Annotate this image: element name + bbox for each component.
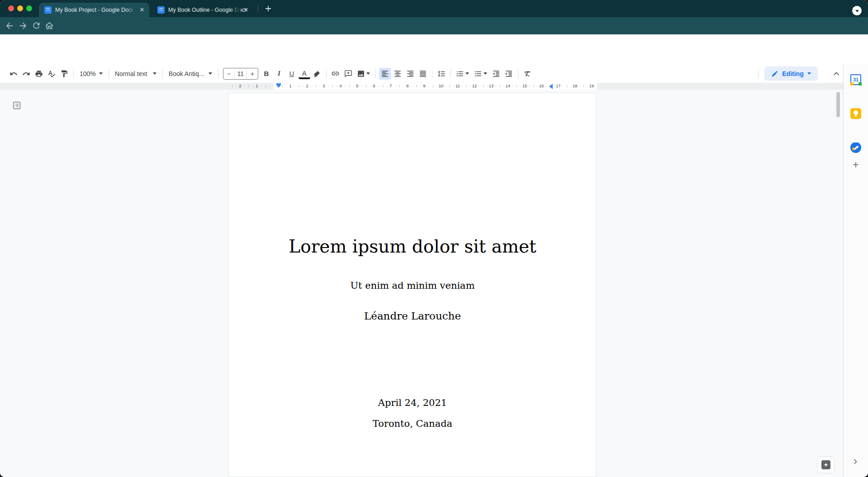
hide-side-panel-chevron-icon[interactable] <box>851 457 860 466</box>
browser-tab-strip: My Book Project - Google Docs ✕ My Book … <box>0 0 868 17</box>
tab-divider <box>258 5 258 12</box>
zoom-select[interactable]: 100% <box>76 68 106 80</box>
explore-sparkle-icon <box>821 460 830 469</box>
ruler-dot <box>403 86 404 87</box>
ruler-tick <box>567 85 567 87</box>
ruler-dot <box>571 86 571 87</box>
ruler-tick <box>500 85 500 87</box>
spell-check-icon[interactable] <box>46 68 57 80</box>
hide-menus-chevron-icon[interactable] <box>831 69 841 79</box>
ruler-num: 5 <box>356 83 358 88</box>
ruler-dot <box>261 86 261 87</box>
align-center-button[interactable] <box>392 68 403 80</box>
doc-line-date[interactable]: April 24, 2021 <box>229 397 596 408</box>
ruler-num: 10 <box>439 83 444 88</box>
google-tasks-icon[interactable] <box>850 142 861 153</box>
google-keep-icon[interactable] <box>850 108 861 119</box>
ruler-num: 15 <box>522 83 527 88</box>
back-icon[interactable] <box>5 21 14 31</box>
vertical-scrollbar-thumb[interactable] <box>836 92 840 117</box>
macos-zoom-button[interactable] <box>26 5 32 11</box>
macos-minimize-button[interactable] <box>17 5 23 11</box>
clear-formatting-icon[interactable] <box>522 68 533 80</box>
align-right-button[interactable] <box>404 68 416 80</box>
left-indent-marker[interactable] <box>276 83 281 90</box>
side-panel: 31 <box>843 64 868 477</box>
increase-indent-icon[interactable] <box>503 68 515 80</box>
justify-button[interactable] <box>417 68 429 80</box>
ruler-tick <box>249 85 249 87</box>
macos-close-button[interactable] <box>8 5 14 11</box>
editing-mode-button[interactable]: Editing <box>764 67 818 81</box>
doc-line-subtitle[interactable]: Ut enim ad minim veniam <box>229 280 596 291</box>
ruler-dot <box>487 86 488 87</box>
chevron-down-icon <box>484 72 487 76</box>
line-spacing-icon[interactable] <box>436 68 447 80</box>
reload-icon[interactable] <box>32 21 42 31</box>
text-color-button[interactable]: A <box>299 69 310 79</box>
chevron-down-icon <box>209 72 212 76</box>
ruler-dot <box>579 86 579 87</box>
home-icon[interactable] <box>44 21 54 31</box>
ruler-num: 7 <box>389 83 392 88</box>
docs-favicon <box>44 6 52 14</box>
numbered-list-icon[interactable] <box>454 68 471 80</box>
increase-font-size-button[interactable]: + <box>247 68 258 79</box>
highlight-color-icon[interactable] <box>311 68 323 80</box>
decrease-font-size-button[interactable]: − <box>223 68 234 79</box>
insert-link-icon[interactable] <box>330 68 342 80</box>
toolbar-divider <box>518 69 518 78</box>
ruler-dot <box>303 86 304 87</box>
redo-icon[interactable] <box>20 68 32 80</box>
ruler-dot <box>512 86 512 87</box>
tab-my-book-outline[interactable]: My Book Outline - Google Docs ✕ <box>152 3 253 17</box>
ruler-num: 2 <box>306 83 308 88</box>
ruler[interactable]: 1212345678910111213141516171819 <box>0 83 843 90</box>
ruler-num: 6 <box>373 83 375 88</box>
google-calendar-icon[interactable]: 31 <box>850 74 861 85</box>
forward-icon[interactable] <box>18 21 28 31</box>
font-size-value[interactable]: 11 <box>234 68 247 79</box>
underline-button[interactable]: U <box>286 68 298 80</box>
browser-window: My Book Project - Google Docs ✕ My Book … <box>0 0 868 477</box>
close-tab-icon[interactable]: ✕ <box>242 6 250 14</box>
ruler-dot <box>370 86 370 87</box>
bold-button[interactable]: B <box>261 68 272 80</box>
tab-my-book-project[interactable]: My Book Project - Google Docs ✕ <box>39 3 149 17</box>
italic-button[interactable]: I <box>273 68 285 80</box>
align-left-button[interactable] <box>379 68 391 80</box>
ruler-dot <box>378 86 379 87</box>
ruler-dot <box>361 86 362 87</box>
font-family-select[interactable]: Book Antiq... <box>166 68 215 80</box>
doc-line-location[interactable]: Toronto, Canada <box>229 418 596 429</box>
close-tab-icon[interactable]: ✕ <box>138 6 146 14</box>
tab-search-button[interactable] <box>852 6 862 15</box>
ruler-tick <box>383 85 383 87</box>
add-comment-icon[interactable] <box>342 68 354 80</box>
ruler-tick <box>299 85 299 87</box>
doc-line-author[interactable]: Léandre Larouche <box>229 310 596 322</box>
print-icon[interactable] <box>33 68 45 80</box>
explore-button[interactable] <box>817 456 835 473</box>
ruler-dot <box>236 86 237 87</box>
document-page[interactable]: Lorem ipsum dolor sit amet Ut enim ad mi… <box>228 93 597 477</box>
ruler-num: 12 <box>472 83 477 88</box>
paragraph-style-select[interactable]: Normal text <box>112 68 160 80</box>
new-tab-button[interactable] <box>263 4 273 14</box>
show-outline-icon[interactable] <box>12 100 22 110</box>
get-addons-plus-icon[interactable] <box>851 160 860 169</box>
ruler-tick <box>483 85 484 87</box>
ruler-tick <box>533 85 534 87</box>
toolbar-divider <box>326 69 327 78</box>
paint-format-icon[interactable] <box>58 68 70 80</box>
undo-icon[interactable] <box>8 68 19 80</box>
font-size-control: − 11 + <box>223 68 258 80</box>
ruler-dot <box>504 86 504 87</box>
doc-line-title[interactable]: Lorem ipsum dolor sit amet <box>229 236 596 257</box>
ruler-dot <box>437 86 437 87</box>
right-indent-marker[interactable] <box>546 84 553 89</box>
ruler-dot <box>244 86 245 87</box>
bulleted-list-icon[interactable] <box>472 68 489 80</box>
insert-image-icon[interactable] <box>355 68 372 80</box>
decrease-indent-icon[interactable] <box>490 68 502 80</box>
